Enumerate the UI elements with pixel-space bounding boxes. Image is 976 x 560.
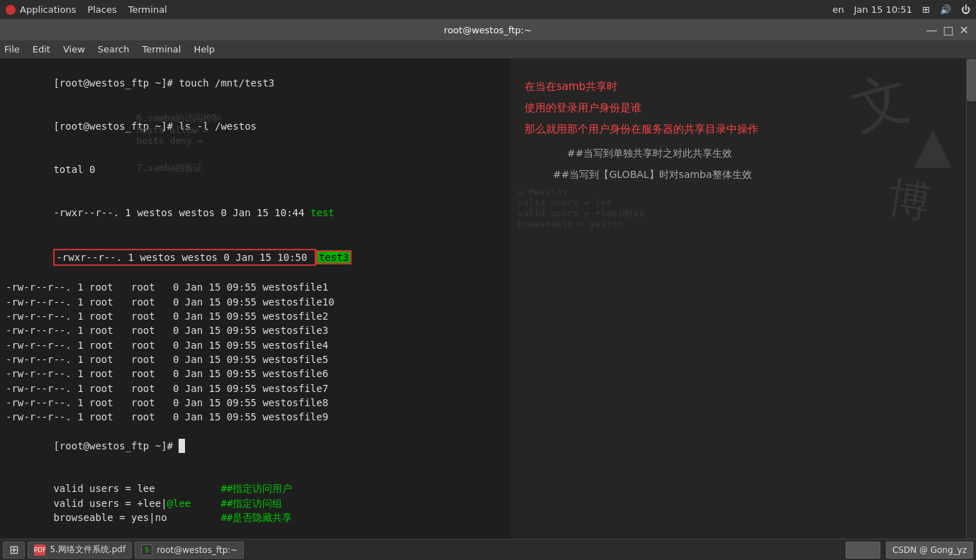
watermark-1: 文 — [843, 60, 918, 148]
pdf-icon: PDF — [34, 544, 45, 556]
volume-icon: 🔊 — [940, 4, 951, 15]
pdf-label: 5.网络文件系统.pdf — [50, 544, 125, 556]
term-line-10: -rw-r--r--. 1 root root 0 Jan 15 09:55 w… — [6, 338, 505, 352]
annotation-line5: ##当写到【GLOBAL】时对samba整体生效 — [553, 169, 752, 181]
term-line-6: -rw-r--r--. 1 root root 0 Jan 15 09:55 w… — [6, 280, 505, 294]
taskbar-right: CSDN @ Gong_yz — [846, 542, 973, 559]
term-line-9: -rw-r--r--. 1 root root 0 Jan 15 09:55 w… — [6, 323, 505, 337]
places-menu[interactable]: Places — [87, 4, 116, 15]
terminal-content: 6.samba的访问控制 hosts allow = hosts deny = … — [0, 59, 976, 560]
annotation-panel: 文 ▲ 博 在当在samb共享时 使用的登录用户身份是谁 那么就用那个用户身份在… — [510, 59, 966, 560]
config-line-3: browseable = yes|no ##是否隐藏共享 — [6, 510, 505, 525]
annotation-line1: 在当在samb共享时 — [525, 80, 617, 94]
terminal-menubar: File Edit View Search Terminal Help — [0, 40, 976, 59]
datetime-display: Jan 15 10:51 — [854, 4, 912, 15]
annotation-line3: 那么就用那个用户身份在服务器的共享目录中操作 — [525, 123, 758, 136]
annotation-overlay: = @westos valid users = lee valid users … — [517, 186, 645, 229]
network-icon: ⊞ — [922, 4, 930, 15]
term-line-1: [root@westos_ftp ~]# touch /mnt/test3 — [6, 62, 505, 105]
term-line-13: -rw-r--r--. 1 root root 0 Jan 15 09:55 w… — [6, 381, 505, 396]
taskbar: ⊞ PDF 5.网络文件系统.pdf $ root@westos_ftp:~ C… — [0, 539, 976, 560]
system-bar: Applications Places Terminal en Jan 15 1… — [0, 0, 976, 19]
terminal-title: root@westos_ftp:~ — [50, 25, 926, 35]
scrollbar[interactable] — [966, 59, 976, 560]
term-line-8: -rw-r--r--. 1 root root 0 Jan 15 09:55 w… — [6, 309, 505, 323]
config-line-2: valid users = +lee|@lee ##指定访问组 — [6, 496, 505, 510]
config-line-blank — [6, 525, 505, 539]
overlay-samba-config: 6.samba的访问控制 hosts allow = hosts deny = — [92, 101, 221, 146]
system-bar-left: Applications Places Terminal — [6, 4, 167, 15]
menu-search[interactable]: Search — [98, 44, 130, 55]
watermark-3: 博 — [883, 169, 935, 233]
taskbar-search-box[interactable] — [846, 542, 880, 559]
menu-terminal[interactable]: Terminal — [142, 44, 181, 55]
terminal-label: root@westos_ftp:~ — [157, 545, 237, 555]
overlay-samba-config2: 7.samba的验证 — [92, 151, 203, 174]
terminal-titlebar: root@westos_ftp:~ — □ ✕ — [0, 19, 976, 40]
term-line-5: -rwxr--r--. 1 westos westos 0 Jan 15 10:… — [6, 235, 505, 281]
term-line-2: [root@westos_ftp ~]# ls -l /westos — [6, 105, 505, 148]
annotation-line2: 使用的登录用户身份是谁 — [525, 101, 641, 115]
minimize-button[interactable]: — — [926, 23, 937, 37]
term-line-15: -rw-r--r--. 1 root root 0 Jan 15 09:55 w… — [6, 410, 505, 424]
config-line-1: valid users = lee ##指定访问用户 — [6, 481, 505, 495]
menu-help[interactable]: Help — [193, 44, 215, 55]
close-button[interactable]: ✕ — [960, 23, 969, 37]
annotation-line4: ##当写到单独共享时之对此共享生效 — [567, 147, 732, 160]
watermark-2: ▲ — [914, 116, 952, 174]
term-line-11: -rw-r--r--. 1 root root 0 Jan 15 09:55 w… — [6, 352, 505, 366]
term-line-4: -rwxr--r--. 1 westos westos 0 Jan 15 10:… — [6, 191, 505, 235]
taskbar-pdf-button[interactable]: PDF 5.网络文件系统.pdf — [28, 542, 132, 559]
term-line-7: -rw-r--r--. 1 root root 0 Jan 15 09:55 w… — [6, 295, 505, 309]
term-line-3: total 0 — [6, 148, 505, 191]
power-icon[interactable]: ⏻ — [961, 4, 970, 15]
applications-menu[interactable]: Applications — [6, 4, 76, 15]
terminal-window: root@westos_ftp:~ — □ ✕ File Edit View S… — [0, 19, 976, 560]
desktop-icon: ⊞ — [9, 543, 18, 556]
term-prompt-line: [root@westos_ftp ~]# — [6, 424, 505, 467]
scrollbar-thumb[interactable] — [967, 59, 976, 101]
csdn-label: CSDN @ Gong_yz — [886, 542, 973, 559]
term-line-14: -rw-r--r--. 1 root root 0 Jan 15 09:55 w… — [6, 396, 505, 410]
menu-edit[interactable]: Edit — [33, 44, 50, 55]
app-icon — [6, 5, 16, 15]
menu-file[interactable]: File — [4, 44, 20, 55]
maximize-button[interactable]: □ — [943, 23, 953, 37]
menu-view[interactable]: View — [63, 44, 85, 55]
applications-label: Applications — [20, 4, 76, 15]
term-line-12: -rw-r--r--. 1 root root 0 Jan 15 09:55 w… — [6, 366, 505, 381]
taskbar-terminal-button[interactable]: $ root@westos_ftp:~ — [135, 542, 244, 559]
locale-indicator: en — [833, 4, 844, 15]
terminal-text-area[interactable]: 6.samba的访问控制 hosts allow = hosts deny = … — [0, 59, 510, 560]
terminal-taskbar-icon: $ — [141, 544, 152, 556]
system-bar-right: en Jan 15 10:51 ⊞ 🔊 ⏻ — [833, 4, 970, 15]
terminal-controls: — □ ✕ — [926, 23, 969, 37]
taskbar-show-desktop[interactable]: ⊞ — [3, 542, 25, 559]
terminal-menu[interactable]: Terminal — [128, 4, 167, 15]
